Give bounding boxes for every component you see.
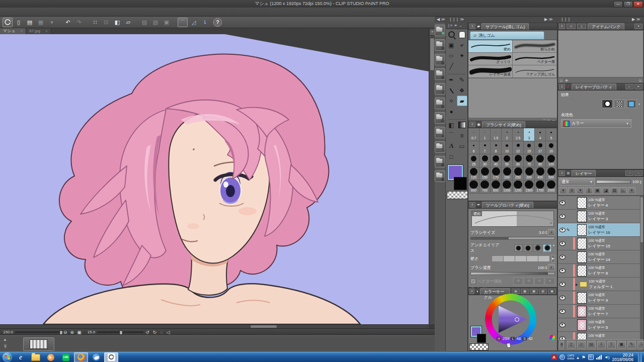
open-file-button[interactable]: ▤ bbox=[25, 18, 35, 27]
horizontal-scroll-handle[interactable] bbox=[251, 325, 277, 328]
brush-size-cell[interactable]: 2.5 bbox=[513, 128, 524, 141]
layer-thumbnail[interactable] bbox=[577, 319, 587, 331]
brush-size-cell[interactable]: 800 bbox=[491, 180, 502, 194]
layer-list-scrollbar[interactable] bbox=[640, 196, 643, 339]
brush-size-cell[interactable]: 700 bbox=[479, 180, 491, 194]
pressure-settings-button[interactable]: ⌖ bbox=[548, 229, 555, 236]
color-mode-sphere-icon[interactable] bbox=[549, 335, 555, 340]
close-button[interactable]: ✕ bbox=[633, 1, 643, 8]
panel-menu-icon[interactable]: ≡ bbox=[559, 24, 565, 29]
layer-visibility-eye-icon[interactable] bbox=[559, 309, 566, 314]
operation-tool[interactable]: ➣ bbox=[457, 40, 467, 50]
layer-visibility-eye-icon[interactable] bbox=[559, 214, 566, 219]
layer-thumbnail[interactable] bbox=[577, 224, 587, 236]
highlighter-icon[interactable]: ❙ bbox=[585, 187, 593, 194]
layer-row[interactable]: ✎ ▶ 100 %通常 レイヤー 14 bbox=[558, 250, 643, 264]
menu-item[interactable] bbox=[30, 8, 40, 16]
brush-size-cell[interactable]: 200 bbox=[502, 167, 513, 180]
quick-access-close[interactable]: ✕ bbox=[435, 25, 445, 36]
sep1[interactable] bbox=[58, 18, 62, 27]
subtool-item[interactable]: ベクター用 bbox=[513, 53, 557, 65]
layer-row[interactable]: ✎ ▶ 100 %通常 レイヤー 7 bbox=[558, 305, 643, 318]
transfer-layer-button[interactable]: ⇩ bbox=[597, 341, 606, 348]
action-center-flag-icon[interactable]: ⚑ bbox=[582, 355, 586, 360]
collapse-up-icon[interactable]: ▲ bbox=[3, 337, 7, 342]
menu-item[interactable] bbox=[50, 8, 60, 16]
layer-thumbnail[interactable] bbox=[577, 333, 587, 340]
brush-size-cell[interactable]: 5 bbox=[546, 128, 557, 141]
dock-grip2-icon[interactable]: ❘❘❘ bbox=[560, 17, 571, 22]
vector-eraser-checkbox[interactable]: ✓ bbox=[470, 279, 476, 284]
brush-size-value[interactable]: 3.0 bbox=[539, 230, 544, 235]
panel-menu-icon[interactable]: ≡ bbox=[469, 289, 474, 294]
trim-button[interactable]: ▧ bbox=[150, 18, 160, 27]
decoration-tool[interactable]: ❖ bbox=[457, 85, 467, 96]
pen-settings-tab-icon[interactable]: ✒ bbox=[634, 84, 642, 89]
frame-border-tool[interactable]: ≡ bbox=[457, 130, 467, 141]
layer-row[interactable]: ✎ ▶ 100 %通常 レイヤー 16 bbox=[558, 223, 643, 237]
brush-size-cell[interactable]: 120 bbox=[468, 167, 479, 180]
vertical-scroll-handle[interactable] bbox=[430, 38, 435, 71]
menu-item[interactable] bbox=[60, 8, 70, 16]
quick-access-3d[interactable]: ▣ bbox=[435, 156, 445, 167]
layer-name[interactable]: レイヤー 3 bbox=[588, 216, 608, 222]
quick-access-q[interactable]: Q bbox=[435, 83, 445, 95]
brush-preview[interactable]: 硬め ⌕ bbox=[471, 211, 554, 227]
brush-size-cell[interactable]: 20 bbox=[546, 141, 557, 154]
layer-row[interactable]: ✎ ▶ 100 %通常 レイヤー 15 bbox=[558, 237, 643, 250]
brush-size-cell[interactable]: 1 bbox=[479, 128, 491, 141]
redo-button[interactable]: ↷ bbox=[74, 18, 84, 27]
vector-mode-touch[interactable]: ✛ bbox=[513, 278, 523, 285]
zoom-slider[interactable] bbox=[15, 331, 61, 333]
brush-size-cell[interactable]: 17 bbox=[535, 141, 546, 154]
layer-visibility-eye-icon[interactable] bbox=[559, 228, 566, 232]
canvas-vertical-scrollbar[interactable]: ▾ bbox=[429, 28, 435, 324]
subtool-item[interactable]: スナップ消しゴム bbox=[513, 65, 557, 78]
density-slider[interactable] bbox=[470, 272, 555, 275]
vector-mode-whole[interactable]: ✛ bbox=[534, 278, 544, 285]
flip-view-button[interactable]: ◁ bbox=[167, 330, 170, 335]
layer-visibility-eye-icon[interactable] bbox=[559, 268, 566, 273]
layer-visibility-eye-icon[interactable] bbox=[559, 296, 566, 300]
taskbar-firefox-icon[interactable] bbox=[74, 352, 88, 362]
expand-down-icon[interactable]: ≫ bbox=[3, 344, 8, 348]
brush-size-cell[interactable]: 25 bbox=[468, 154, 479, 167]
maximize-button[interactable]: ❐ bbox=[623, 1, 633, 8]
vector-mode-intersect[interactable]: ✛ bbox=[524, 278, 534, 285]
quick-access-gradient[interactable]: ▲ bbox=[435, 127, 445, 138]
taskbar-clip-studio-icon[interactable] bbox=[104, 352, 118, 362]
layer-visibility-eye-icon[interactable] bbox=[559, 241, 566, 246]
layer-color-dropdown[interactable]: ▾ bbox=[628, 187, 635, 194]
density-value[interactable]: 100 bbox=[538, 265, 544, 270]
hide-icon[interactable]: ⊘ bbox=[568, 187, 576, 194]
layer-row[interactable]: ✎ ▶ 100 %通常 レイヤー 4 bbox=[558, 196, 643, 210]
quick-access-tone2[interactable]: ▩ bbox=[435, 98, 445, 109]
hardness-segments[interactable] bbox=[492, 255, 550, 262]
blend-mode-dropdown[interactable]: 通常▼ bbox=[559, 178, 595, 186]
palette-color-dropdown[interactable]: ▾ bbox=[559, 187, 567, 194]
layer-name[interactable]: レイヤー 9 bbox=[588, 298, 608, 303]
layer-name[interactable]: レイヤー 16 bbox=[588, 230, 610, 235]
quick-access-image2[interactable]: ▦ bbox=[435, 68, 445, 80]
subtool-group-tab[interactable]: ▱ 消しゴム bbox=[470, 31, 544, 40]
fit-screen-button[interactable]: ▣ bbox=[77, 330, 82, 335]
animation-tab-icon[interactable]: ▹ bbox=[625, 84, 633, 89]
brush-size-cell[interactable]: 500 bbox=[546, 167, 557, 180]
menu-item[interactable] bbox=[10, 8, 20, 16]
brush-size-cell[interactable]: 150 bbox=[479, 167, 491, 180]
opacity-value[interactable]: 100 bbox=[632, 179, 639, 184]
wand-tool[interactable]: ✦ bbox=[457, 50, 467, 61]
apply-mask-button[interactable]: ✎ bbox=[627, 341, 636, 348]
brush-size-cell[interactable]: 1700 bbox=[535, 180, 546, 194]
combine-layer-button[interactable]: ⇧ bbox=[607, 341, 616, 348]
panel-menu-icon[interactable]: ≡ bbox=[559, 170, 565, 176]
sep4[interactable] bbox=[173, 18, 177, 27]
aa-weak-button[interactable] bbox=[524, 244, 532, 252]
brush-size-cell[interactable]: 2 bbox=[502, 128, 513, 141]
density-stepper[interactable]: ▲▼ bbox=[545, 265, 547, 269]
layer-visibility-eye-icon[interactable] bbox=[559, 255, 566, 259]
layer-name[interactable]: レイヤー 4 bbox=[588, 203, 608, 208]
snap-ruler-button[interactable]: ⌒ bbox=[178, 18, 188, 27]
taskbar-clock[interactable]: 20:24 2018/06/06 bbox=[612, 353, 635, 362]
fill-button[interactable]: ◧ bbox=[112, 18, 122, 27]
